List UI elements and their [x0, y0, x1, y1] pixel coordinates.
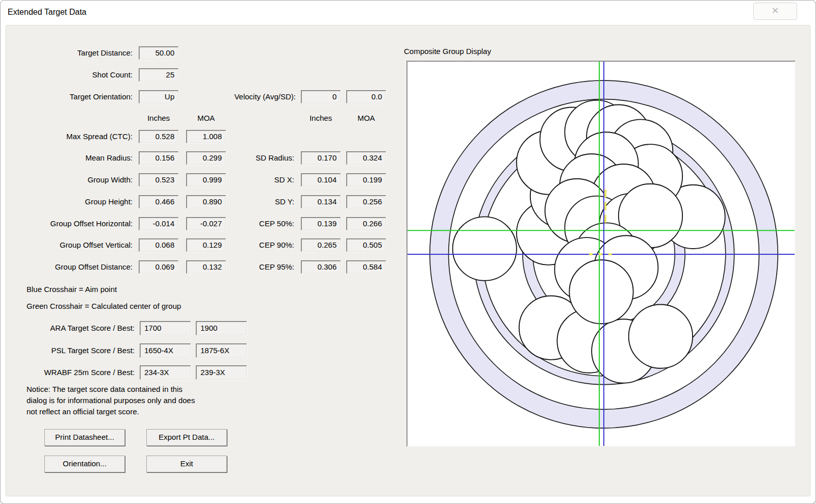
shot-count-label: Shot Count:: [6, 68, 133, 82]
composite-group-chart: [407, 62, 795, 446]
group-offset-horizontal-label: Group Offset Horizontal:: [6, 217, 133, 230]
cep-95-inches: 0.306: [301, 260, 341, 274]
wrabf-best-value: 239-3X: [196, 365, 247, 380]
sd-x-inches: 0.104: [301, 173, 341, 187]
notice-text: Notice: The target score data contained …: [27, 384, 241, 417]
column-header-inches-right: Inches: [301, 114, 341, 124]
sd-x-label: SD X:: [202, 173, 294, 187]
velocity-sd-value: 0.0: [346, 90, 386, 103]
mean-radius-inches: 0.156: [139, 151, 178, 165]
sd-radius-label: SD Radius:: [202, 151, 294, 165]
mean-radius-label: Mean Radius:: [6, 151, 133, 165]
notice-line-3: not reflect an official target score.: [27, 406, 241, 417]
legend-green-crosshair: Green Crosshair = Calculated center of g…: [27, 301, 181, 311]
window-title: Extended Target Data: [8, 8, 86, 17]
sd-x-moa: 0.199: [346, 173, 386, 187]
velocity-avg-value: 0: [301, 90, 341, 103]
exit-button[interactable]: Exit: [146, 456, 227, 472]
shot-hole: [629, 304, 693, 368]
cep-95-moa: 0.584: [346, 260, 386, 274]
dialog-content: Target Distance: 50.00 Shot Count: 25 Ta…: [6, 25, 810, 496]
group-height-inches: 0.466: [139, 195, 178, 208]
max-spread-moa: 1.008: [186, 130, 226, 143]
close-icon: ✕: [771, 6, 779, 16]
shot-hole: [453, 217, 517, 280]
shot-hole: [569, 260, 633, 324]
target-distance-label: Target Distance:: [6, 46, 133, 60]
composite-group-display-panel: [406, 61, 796, 447]
group-offset-vertical-inches: 0.068: [139, 238, 178, 252]
column-header-moa-right: MOA: [346, 114, 386, 124]
composite-group-display-title: Composite Group Display: [404, 47, 491, 56]
cep-50-inches: 0.139: [301, 217, 341, 230]
cep-90-label: CEP 90%:: [202, 238, 294, 252]
sd-y-moa: 0.256: [346, 195, 386, 208]
ara-best-value: 1900: [196, 321, 247, 335]
group-width-inches: 0.523: [139, 173, 178, 187]
max-spread-inches: 0.528: [139, 130, 178, 143]
velocity-label: Velocity (Avg/SD):: [159, 90, 296, 103]
sd-radius-moa: 0.324: [346, 151, 386, 165]
group-width-label: Group Width:: [6, 173, 133, 187]
psl-score-label: PSL Target Score / Best:: [6, 343, 135, 358]
notice-line-1: Notice: The target score data contained …: [27, 384, 241, 395]
sd-radius-inches: 0.170: [301, 151, 341, 165]
cep-50-label: CEP 50%:: [202, 217, 294, 230]
column-header-inches-left: Inches: [139, 114, 178, 124]
psl-score-value: 1650-4X: [140, 343, 191, 358]
column-header-moa-left: MOA: [186, 114, 226, 124]
export-pt-data-button[interactable]: Export Pt Data...: [146, 429, 227, 446]
wrabf-score-label: WRABF 25m Score / Best:: [6, 365, 135, 380]
cep-90-moa: 0.505: [346, 238, 386, 252]
target-distance-value: 50.00: [139, 46, 178, 60]
sd-y-label: SD Y:: [202, 195, 294, 208]
close-button[interactable]: ✕: [753, 3, 797, 20]
psl-best-value: 1875-6X: [196, 343, 247, 358]
target-orientation-label: Target Orientation:: [6, 90, 133, 103]
group-offset-vertical-label: Group Offset Vertical:: [6, 238, 133, 252]
group-offset-horizontal-inches: -0.014: [139, 217, 178, 230]
orientation-button[interactable]: Orientation...: [44, 456, 125, 472]
group-height-label: Group Height:: [6, 195, 133, 208]
wrabf-score-value: 234-3X: [140, 365, 191, 380]
cep-50-moa: 0.266: [346, 217, 386, 230]
print-datasheet-button[interactable]: Print Datasheet...: [44, 429, 125, 446]
ara-score-label: ARA Target Score / Best:: [6, 321, 135, 335]
cep-95-label: CEP 95%:: [202, 260, 294, 274]
shot-count-value: 25: [139, 68, 178, 82]
cep-90-inches: 0.265: [301, 238, 341, 252]
group-offset-distance-inches: 0.069: [139, 260, 178, 274]
ara-score-value: 1700: [140, 321, 191, 335]
sd-y-inches: 0.134: [301, 195, 341, 208]
legend-blue-crosshair: Blue Crosshair = Aim point: [27, 284, 117, 295]
max-spread-label: Max Spread (CTC):: [6, 130, 133, 143]
group-offset-distance-label: Group Offset Distance:: [6, 260, 133, 274]
dialog-window: Extended Target Data ✕ Target Distance: …: [0, 0, 816, 504]
notice-line-2: dialog is for informational purposes onl…: [27, 395, 241, 406]
